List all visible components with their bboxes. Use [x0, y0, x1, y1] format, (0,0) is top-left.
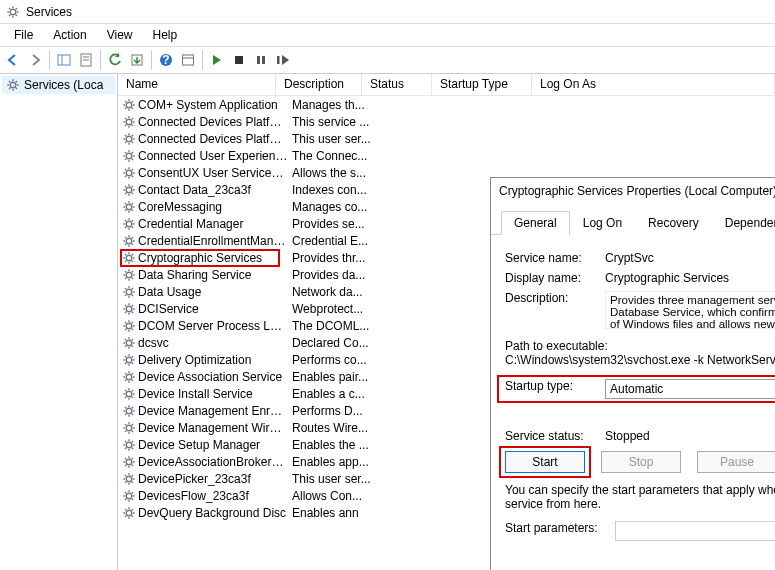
start-params-input[interactable]: [615, 521, 775, 541]
startup-type-select[interactable]: Automatic ▾: [605, 379, 775, 399]
col-status[interactable]: Status: [362, 74, 432, 95]
gear-icon: [122, 183, 136, 197]
gear-icon: [122, 115, 136, 129]
menu-bar: File Action View Help: [0, 24, 775, 46]
gear-icon: [122, 98, 136, 112]
tree-root-label: Services (Loca: [24, 78, 103, 92]
col-desc[interactable]: Description: [276, 74, 362, 95]
col-logon[interactable]: Log On As: [532, 74, 775, 95]
service-desc: Network da...: [292, 285, 378, 299]
start-button[interactable]: Start: [505, 451, 585, 473]
tree-pane: Services (Loca: [0, 74, 118, 570]
service-name: CredentialEnrollmentMana...: [138, 234, 292, 248]
gear-icon: [122, 506, 136, 520]
refresh-icon[interactable]: [104, 49, 126, 71]
help-icon[interactable]: ?: [155, 49, 177, 71]
service-name: DevicesFlow_23ca3f: [138, 489, 292, 503]
dialog-title: Cryptographic Services Properties (Local…: [499, 184, 775, 198]
gear-icon: [122, 404, 136, 418]
gear-icon: [122, 336, 136, 350]
svg-text:?: ?: [162, 53, 169, 67]
list-pane: Name Description Status Startup Type Log…: [118, 74, 775, 570]
service-desc: Indexes con...: [292, 183, 378, 197]
col-startup[interactable]: Startup Type: [432, 74, 532, 95]
toolbar: ?: [0, 46, 775, 74]
tab-recovery[interactable]: Recovery: [635, 211, 712, 235]
service-desc: Enables the ...: [292, 438, 378, 452]
service-desc: Routes Wire...: [292, 421, 378, 435]
menu-help[interactable]: Help: [143, 26, 188, 44]
stop-icon[interactable]: [228, 49, 250, 71]
service-desc: Enables pair...: [292, 370, 378, 384]
service-name: Delivery Optimization: [138, 353, 292, 367]
service-name: DevicePicker_23ca3f: [138, 472, 292, 486]
gear-icon: [122, 319, 136, 333]
display-name-label: Display name:: [505, 271, 605, 285]
gear-icon: [6, 5, 20, 19]
service-name-label: Service name:: [505, 251, 605, 265]
menu-file[interactable]: File: [4, 26, 43, 44]
tree-root-services[interactable]: Services (Loca: [2, 76, 115, 94]
service-name-value: CryptSvc: [605, 251, 654, 265]
service-name: DevQuery Background Disc: [138, 506, 292, 520]
service-name: COM+ System Application: [138, 98, 292, 112]
service-desc: Allows Con...: [292, 489, 378, 503]
service-desc: This service ...: [292, 115, 378, 129]
service-row[interactable]: Connected Devices Platfor...This service…: [118, 113, 775, 130]
back-icon[interactable]: [2, 49, 24, 71]
gear-icon: [122, 438, 136, 452]
startup-type-value: Automatic: [610, 382, 663, 396]
tab-dependencies[interactable]: Dependencies: [712, 211, 775, 235]
gear-icon: [122, 353, 136, 367]
gear-icon: [122, 285, 136, 299]
service-row[interactable]: Connected Devices Platfor...This user se…: [118, 130, 775, 147]
service-row[interactable]: COM+ System ApplicationManages th...: [118, 96, 775, 113]
path-label: Path to executable:: [505, 339, 775, 353]
startup-type-label: Startup type:: [505, 379, 605, 393]
dialog-tabs: General Log On Recovery Dependencies: [491, 204, 775, 235]
service-name: Connected Devices Platfor...: [138, 115, 292, 129]
menu-action[interactable]: Action: [43, 26, 96, 44]
gear-icon: [122, 472, 136, 486]
play-icon[interactable]: [206, 49, 228, 71]
show-hide-tree-icon[interactable]: [53, 49, 75, 71]
service-name: Cryptographic Services: [138, 251, 292, 265]
gear-icon: [122, 268, 136, 282]
gear-icon: [122, 234, 136, 248]
start-params-label: Start parameters:: [505, 521, 615, 535]
svg-rect-21: [262, 56, 265, 64]
gear-icon: [122, 132, 136, 146]
service-desc: This user ser...: [292, 132, 378, 146]
service-desc: Credential E...: [292, 234, 378, 248]
service-name: Data Sharing Service: [138, 268, 292, 282]
tab-general[interactable]: General: [501, 211, 570, 235]
service-name: DCOM Server Process Laun...: [138, 319, 292, 333]
gear-icon: [122, 455, 136, 469]
restart-icon[interactable]: [272, 49, 294, 71]
service-name: Credential Manager: [138, 217, 292, 231]
col-name[interactable]: Name: [118, 74, 276, 95]
tab-logon[interactable]: Log On: [570, 211, 635, 235]
view-options-icon[interactable]: [177, 49, 199, 71]
service-row[interactable]: Connected User Experience...The Connec..…: [118, 147, 775, 164]
service-desc: Enables app...: [292, 455, 378, 469]
service-status-value: Stopped: [605, 429, 650, 443]
gear-icon: [122, 370, 136, 384]
service-desc: Manages th...: [292, 98, 378, 112]
service-name: Device Install Service: [138, 387, 292, 401]
service-desc: This user ser...: [292, 472, 378, 486]
menu-view[interactable]: View: [97, 26, 143, 44]
pause-icon[interactable]: [250, 49, 272, 71]
service-name: ConsentUX User Service_23...: [138, 166, 292, 180]
svg-rect-22: [277, 56, 280, 64]
svg-rect-19: [235, 56, 243, 64]
service-desc: Provides da...: [292, 268, 378, 282]
properties-toolbar-icon[interactable]: [75, 49, 97, 71]
service-name: DCIService: [138, 302, 292, 316]
forward-icon[interactable]: [24, 49, 46, 71]
service-name: Device Management Wirele...: [138, 421, 292, 435]
path-value: C:\Windows\system32\svchost.exe -k Netwo…: [505, 353, 775, 367]
service-desc: Provides thr...: [292, 251, 378, 265]
export-list-icon[interactable]: [126, 49, 148, 71]
start-params-note: You can specify the start parameters tha…: [505, 483, 775, 511]
